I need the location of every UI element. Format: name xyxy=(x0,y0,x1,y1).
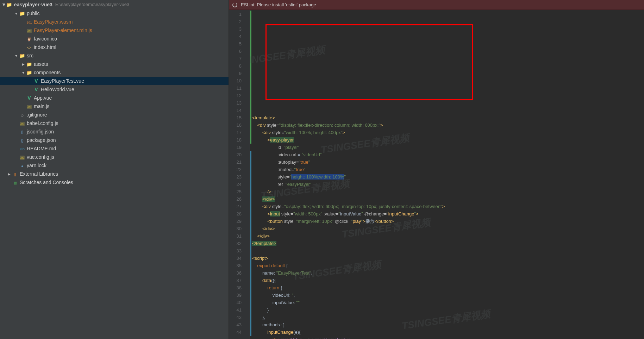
code-line[interactable]: style="height: 100%;width: 100%" xyxy=(250,173,644,181)
tree-row[interactable]: ▼public xyxy=(0,9,229,18)
tree-row[interactable]: Scratches and Consoles xyxy=(0,178,229,187)
line-number[interactable]: 44 xyxy=(229,328,245,336)
line-number[interactable]: 1 xyxy=(229,11,245,18)
code-line[interactable]: inputValue: "" xyxy=(250,299,644,306)
tree-row[interactable]: vue.config.js xyxy=(0,153,229,161)
line-number[interactable]: 42 xyxy=(229,314,245,321)
tree-row[interactable]: main.js xyxy=(0,102,229,111)
code-line[interactable]: <easy-player xyxy=(250,136,644,144)
line-number[interactable]: 38 xyxy=(229,284,245,291)
line-number[interactable]: 11 xyxy=(229,84,245,92)
line-number[interactable]: 34 xyxy=(229,255,245,262)
line-number[interactable]: 26 xyxy=(229,195,245,203)
tree-row[interactable]: package.json xyxy=(0,136,229,144)
line-number[interactable]: 16 xyxy=(229,121,245,129)
line-number[interactable]: 28 xyxy=(229,210,245,218)
code-line[interactable]: </div> xyxy=(250,195,644,203)
code-line[interactable]: } xyxy=(250,306,644,314)
line-number[interactable]: 25 xyxy=(229,188,245,195)
line-number[interactable]: 12 xyxy=(229,92,245,99)
code-line[interactable]: <script> xyxy=(250,255,644,262)
code-line[interactable]: }, xyxy=(250,314,644,321)
line-number[interactable]: 13 xyxy=(229,99,245,107)
line-number[interactable]: 23 xyxy=(229,173,245,181)
tree-row[interactable]: yarn.lock xyxy=(0,161,229,170)
code-line[interactable]: </div> xyxy=(250,225,644,232)
tree-row[interactable]: ▶External Libraries xyxy=(0,170,229,178)
code-line[interactable]: export default { xyxy=(250,262,644,269)
tree-row[interactable]: jsconfig.json xyxy=(0,127,229,136)
fold-column[interactable] xyxy=(245,10,250,339)
code-line[interactable] xyxy=(250,247,644,255)
tree-row[interactable]: README.md xyxy=(0,144,229,153)
line-number[interactable]: 4 xyxy=(229,33,245,40)
code-line[interactable]: </div> xyxy=(250,232,644,240)
line-number[interactable]: 8 xyxy=(229,62,245,70)
line-number[interactable]: 21 xyxy=(229,158,245,166)
eslint-warning-banner[interactable]: ESLint: Please install 'eslint' package xyxy=(229,0,644,10)
tree-row[interactable]: EasyPlayerTest.vue xyxy=(0,77,229,85)
line-number[interactable]: 27 xyxy=(229,203,245,210)
line-number[interactable]: 14 xyxy=(229,107,245,114)
line-number[interactable]: 15 xyxy=(229,114,245,121)
tree-row[interactable]: ▼components xyxy=(0,68,229,77)
code-line[interactable]: ref="easyPlayer" xyxy=(250,181,644,188)
project-tree-panel[interactable]: ▼ easyplayer-vue3 E:\easyplayerdemo\easy… xyxy=(0,0,229,339)
code-line[interactable]: :autoplay="true" xyxy=(250,158,644,166)
chevron-down-icon[interactable]: ▼ xyxy=(13,54,19,58)
code-line[interactable]: /> xyxy=(250,188,644,195)
tree-row[interactable]: babel.config.js xyxy=(0,119,229,127)
line-number[interactable]: 22 xyxy=(229,166,245,173)
line-number[interactable]: 7 xyxy=(229,55,245,62)
line-number[interactable]: 24 xyxy=(229,181,245,188)
code-line[interactable]: methods :{ xyxy=(250,321,644,328)
line-number[interactable]: 37 xyxy=(229,277,245,284)
code-line[interactable]: <template> xyxy=(250,114,644,121)
line-number[interactable]: 43 xyxy=(229,321,245,328)
line-number[interactable]: 10 xyxy=(229,77,245,84)
code-line[interactable]: <button style="margin-left: 10px" @click… xyxy=(250,218,644,225)
line-number[interactable]: 31 xyxy=(229,232,245,240)
chevron-down-icon[interactable]: ▼ xyxy=(1,2,6,7)
code-line[interactable]: <div style="display: flex;flex-direction… xyxy=(250,121,644,129)
line-number[interactable]: 30 xyxy=(229,225,245,232)
code-line[interactable]: inputChange(e){ xyxy=(250,328,644,336)
code-area[interactable]: TSINGSEE青犀视频 TSINGSEE青犀视频 TSINGSEE青犀视频 T… xyxy=(250,10,644,339)
line-number[interactable]: 6 xyxy=(229,48,245,55)
code-line[interactable]: <input style="width: 500px" :value="inpu… xyxy=(250,210,644,218)
line-number[interactable]: 39 xyxy=(229,291,245,299)
line-number-gutter[interactable]: 1234567891011121314151617181920212223242… xyxy=(229,10,245,339)
tree-row[interactable]: ▶assets xyxy=(0,60,229,68)
code-line[interactable]: videoUrl: '', xyxy=(250,291,644,299)
code-line[interactable]: this.inputValue = e.currentTarget.value xyxy=(250,336,644,339)
tree-row[interactable]: EasyPlayer-element.min.js xyxy=(0,26,229,34)
tree-row[interactable]: EasyPlayer.wasm xyxy=(0,18,229,26)
tree-row[interactable]: HelloWorld.vue xyxy=(0,85,229,94)
code-line[interactable]: :muted="true" xyxy=(250,166,644,173)
line-number[interactable]: 20 xyxy=(229,151,245,158)
tree-row[interactable]: ▼src xyxy=(0,51,229,60)
chevron-down-icon[interactable]: ▼ xyxy=(13,12,19,15)
line-number[interactable]: 40 xyxy=(229,299,245,306)
line-number[interactable]: 5 xyxy=(229,40,245,48)
chevron-right-icon[interactable]: ▶ xyxy=(6,172,12,176)
line-number[interactable]: 19 xyxy=(229,144,245,151)
code-line[interactable]: <div style="display: flex; width: 600px;… xyxy=(250,203,644,210)
code-line[interactable]: data(){ xyxy=(250,277,644,284)
line-number[interactable]: 2 xyxy=(229,18,245,25)
code-line[interactable]: <div style="width: 100%; height: 400px"> xyxy=(250,129,644,136)
line-number[interactable]: 18 xyxy=(229,136,245,144)
code-line[interactable]: </template> xyxy=(250,240,644,247)
tree-row[interactable]: App.vue xyxy=(0,94,229,102)
line-number[interactable]: 29 xyxy=(229,218,245,225)
line-number[interactable]: 41 xyxy=(229,306,245,314)
tree-row[interactable]: favicon.ico xyxy=(0,34,229,43)
line-number[interactable]: 32 xyxy=(229,240,245,247)
code-line[interactable]: name: "EasyPlayerTest", xyxy=(250,269,644,277)
line-number[interactable]: 9 xyxy=(229,70,245,77)
line-number[interactable]: 17 xyxy=(229,129,245,136)
line-number[interactable]: 36 xyxy=(229,269,245,277)
code-line[interactable]: id="player" xyxy=(250,144,644,151)
chevron-right-icon[interactable]: ▶ xyxy=(20,62,26,66)
chevron-down-icon[interactable]: ▼ xyxy=(20,71,26,75)
